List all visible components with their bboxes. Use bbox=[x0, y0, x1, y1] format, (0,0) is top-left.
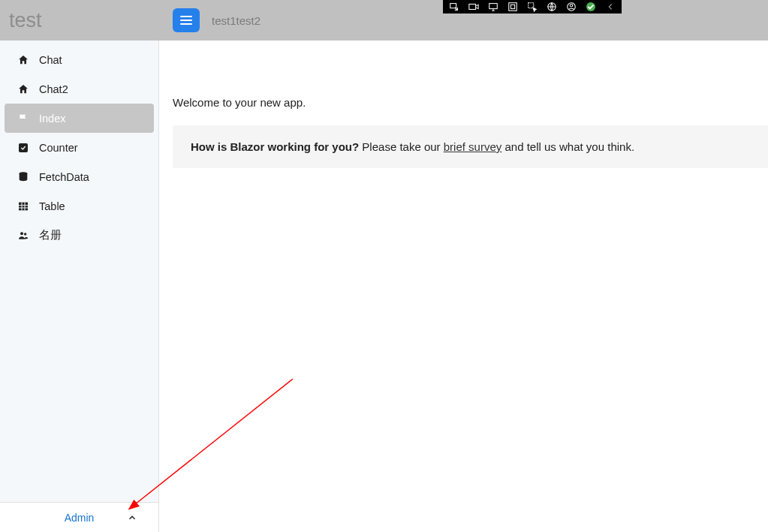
nav-item-label: FetchData bbox=[39, 171, 89, 183]
nav-item-counter[interactable]: Counter bbox=[5, 133, 154, 162]
chevron-up-icon bbox=[127, 512, 137, 523]
svg-point-13 bbox=[24, 233, 26, 235]
svg-point-8 bbox=[570, 5, 573, 8]
svg-rect-9 bbox=[19, 143, 28, 152]
app-header: test test1test2 bbox=[0, 0, 768, 41]
nav-item-fetchdata[interactable]: FetchData bbox=[5, 162, 154, 191]
home-icon bbox=[17, 83, 30, 95]
dev-select-icon[interactable] bbox=[523, 0, 542, 14]
nav-item-roster[interactable]: 名册 bbox=[5, 221, 154, 250]
table-icon bbox=[17, 200, 30, 212]
dev-toolbar bbox=[443, 0, 622, 14]
nav-item-label: Chat bbox=[39, 54, 62, 66]
brand-title: test bbox=[0, 0, 159, 41]
welcome-text: Welcome to your new app. bbox=[173, 96, 768, 109]
main-content: Welcome to your new app. How is Blazor w… bbox=[159, 41, 768, 532]
database-icon bbox=[17, 171, 30, 183]
svg-point-12 bbox=[20, 232, 23, 235]
flag-icon bbox=[17, 113, 30, 125]
svg-rect-11 bbox=[19, 202, 28, 210]
nav-item-label: Chat2 bbox=[39, 83, 68, 95]
menu-toggle-button[interactable] bbox=[173, 8, 200, 32]
nav-list: Chat Chat2 Index Counter FetchData bbox=[0, 41, 158, 502]
nav-item-label: Table bbox=[39, 200, 65, 212]
survey-text-before: Please take our bbox=[359, 140, 444, 153]
nav-item-label: 名册 bbox=[39, 228, 62, 242]
checkbox-icon bbox=[17, 142, 30, 154]
home-icon bbox=[17, 54, 30, 66]
sidebar-footer-admin[interactable]: Admin bbox=[0, 502, 158, 532]
breadcrumb-title: test1test2 bbox=[212, 14, 261, 27]
sidebar-footer-label: Admin bbox=[65, 512, 95, 524]
dev-globe-icon[interactable] bbox=[542, 0, 562, 14]
nav-item-index[interactable]: Index bbox=[5, 104, 154, 133]
dev-inspect-icon[interactable] bbox=[444, 0, 464, 14]
users-icon bbox=[17, 230, 30, 242]
survey-banner: How is Blazor working for you? Please ta… bbox=[173, 125, 768, 168]
dev-ok-icon[interactable] bbox=[581, 0, 601, 14]
dev-camera-icon[interactable] bbox=[464, 0, 483, 14]
nav-item-table[interactable]: Table bbox=[5, 191, 154, 221]
nav-item-label: Index bbox=[39, 113, 65, 125]
svg-rect-1 bbox=[469, 5, 476, 10]
sidebar: Chat Chat2 Index Counter FetchData bbox=[0, 41, 159, 532]
nav-item-chat[interactable]: Chat bbox=[5, 45, 154, 74]
survey-bold: How is Blazor working for you? bbox=[191, 140, 359, 153]
nav-item-chat2[interactable]: Chat2 bbox=[5, 74, 154, 104]
dev-square-icon[interactable] bbox=[503, 0, 523, 14]
svg-rect-3 bbox=[509, 3, 517, 11]
nav-item-label: Counter bbox=[39, 142, 78, 154]
dev-collapse-icon[interactable] bbox=[601, 0, 620, 14]
svg-rect-2 bbox=[489, 4, 498, 9]
dev-person-icon[interactable] bbox=[562, 0, 581, 14]
dev-screen-icon[interactable] bbox=[483, 0, 503, 14]
survey-link[interactable]: brief survey bbox=[444, 140, 502, 153]
survey-text-after: and tell us what you think. bbox=[501, 140, 634, 153]
svg-rect-4 bbox=[510, 5, 514, 8]
hamburger-icon bbox=[180, 16, 192, 25]
